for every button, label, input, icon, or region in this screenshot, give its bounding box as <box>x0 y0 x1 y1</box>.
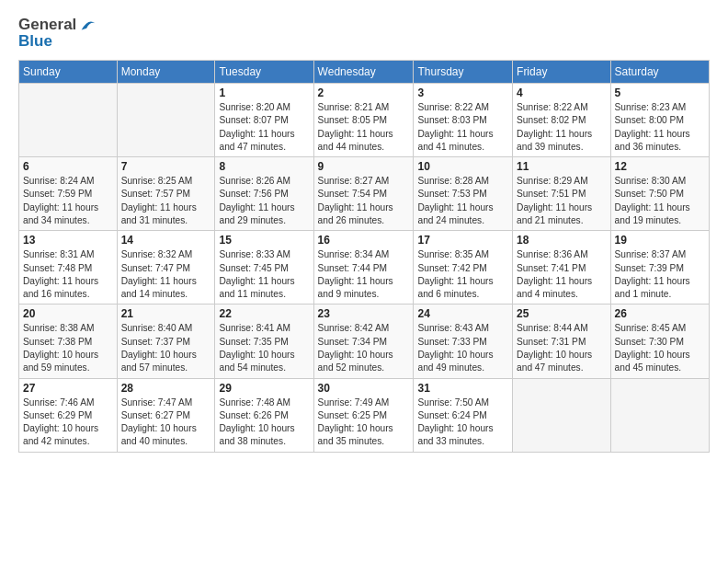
sunset-text: Sunset: 7:51 PM <box>517 189 586 199</box>
sunrise-text: Sunrise: 8:40 AM <box>121 323 193 333</box>
sunset-text: Sunset: 7:50 PM <box>615 189 684 199</box>
sunset-text: Sunset: 7:59 PM <box>23 189 92 199</box>
calendar-cell: 21Sunrise: 8:40 AMSunset: 7:37 PMDayligh… <box>117 304 215 378</box>
day-info: Sunrise: 8:22 AMSunset: 8:03 PMDaylight:… <box>417 101 508 154</box>
calendar-cell: 29Sunrise: 7:48 AMSunset: 6:26 PMDayligh… <box>215 378 313 452</box>
day-number: 13 <box>23 234 113 247</box>
sunset-text: Sunset: 7:35 PM <box>219 337 288 347</box>
day-info: Sunrise: 8:43 AMSunset: 7:33 PMDaylight:… <box>417 322 508 374</box>
sunset-text: Sunset: 8:00 PM <box>615 115 684 125</box>
day-info: Sunrise: 8:45 AMSunset: 7:30 PMDaylight:… <box>615 322 705 374</box>
calendar-cell <box>610 378 709 452</box>
day-info: Sunrise: 7:48 AMSunset: 6:26 PMDaylight:… <box>219 396 309 449</box>
day-number: 20 <box>23 307 113 320</box>
day-info: Sunrise: 8:22 AMSunset: 8:02 PMDaylight:… <box>517 101 607 154</box>
sunrise-text: Sunrise: 8:37 AM <box>615 249 687 259</box>
sunrise-text: Sunrise: 8:21 AM <box>318 102 390 112</box>
sunset-text: Sunset: 7:44 PM <box>318 263 387 273</box>
day-info: Sunrise: 8:28 AMSunset: 7:53 PMDaylight:… <box>417 175 508 227</box>
day-number: 1 <box>219 86 309 99</box>
sunrise-text: Sunrise: 8:30 AM <box>615 176 687 186</box>
day-number: 30 <box>318 382 410 395</box>
calendar-week-row: 1Sunrise: 8:20 AMSunset: 8:07 PMDaylight… <box>19 84 710 157</box>
day-info: Sunrise: 8:26 AMSunset: 7:56 PMDaylight:… <box>219 175 309 227</box>
day-number: 6 <box>23 160 113 173</box>
calendar-cell <box>117 84 215 157</box>
calendar-cell <box>513 378 611 452</box>
day-number: 21 <box>121 307 211 320</box>
sunrise-text: Sunrise: 8:34 AM <box>318 249 390 259</box>
day-number: 4 <box>517 86 607 99</box>
sunrise-text: Sunrise: 7:50 AM <box>417 397 489 408</box>
daylight-text: Daylight: 11 hours and 19 minutes. <box>615 202 690 225</box>
sunset-text: Sunset: 6:25 PM <box>318 410 387 420</box>
sunset-text: Sunset: 7:54 PM <box>318 189 387 199</box>
sunset-text: Sunset: 8:03 PM <box>417 115 486 125</box>
sunrise-text: Sunrise: 8:26 AM <box>219 176 290 186</box>
weekday-header-sunday: Sunday <box>19 61 118 84</box>
sunrise-text: Sunrise: 8:41 AM <box>219 323 290 333</box>
daylight-text: Daylight: 11 hours and 34 minutes. <box>23 202 98 225</box>
daylight-text: Daylight: 11 hours and 6 minutes. <box>417 276 493 299</box>
day-info: Sunrise: 8:27 AMSunset: 7:54 PMDaylight:… <box>318 175 410 227</box>
day-number: 12 <box>615 160 705 173</box>
sunrise-text: Sunrise: 7:46 AM <box>23 397 95 408</box>
day-info: Sunrise: 8:24 AMSunset: 7:59 PMDaylight:… <box>23 175 113 227</box>
day-info: Sunrise: 8:23 AMSunset: 8:00 PMDaylight:… <box>615 101 705 154</box>
daylight-text: Daylight: 11 hours and 4 minutes. <box>517 276 592 299</box>
calendar-cell: 4Sunrise: 8:22 AMSunset: 8:02 PMDaylight… <box>513 84 611 157</box>
day-number: 11 <box>517 160 607 173</box>
daylight-text: Daylight: 11 hours and 29 minutes. <box>219 202 294 225</box>
sunset-text: Sunset: 7:33 PM <box>417 337 486 347</box>
day-info: Sunrise: 8:20 AMSunset: 8:07 PMDaylight:… <box>219 101 309 154</box>
sunset-text: Sunset: 7:30 PM <box>615 337 684 347</box>
sunset-text: Sunset: 8:02 PM <box>517 115 586 125</box>
day-info: Sunrise: 8:37 AMSunset: 7:39 PMDaylight:… <box>615 248 705 301</box>
sunrise-text: Sunrise: 8:22 AM <box>417 102 489 112</box>
day-info: Sunrise: 8:29 AMSunset: 7:51 PMDaylight:… <box>517 175 607 227</box>
weekday-header-tuesday: Tuesday <box>215 61 313 84</box>
day-info: Sunrise: 8:42 AMSunset: 7:34 PMDaylight:… <box>318 322 410 374</box>
day-number: 9 <box>318 160 410 173</box>
weekday-header-wednesday: Wednesday <box>313 61 414 84</box>
sunset-text: Sunset: 7:38 PM <box>23 337 92 347</box>
sunset-text: Sunset: 7:41 PM <box>517 263 586 273</box>
day-info: Sunrise: 8:41 AMSunset: 7:35 PMDaylight:… <box>219 322 309 374</box>
day-number: 27 <box>23 382 113 395</box>
day-number: 23 <box>318 307 410 320</box>
calendar-cell: 20Sunrise: 8:38 AMSunset: 7:38 PMDayligh… <box>19 304 118 378</box>
sunrise-text: Sunrise: 8:27 AM <box>318 176 390 186</box>
sunrise-text: Sunrise: 7:47 AM <box>121 397 193 408</box>
sunset-text: Sunset: 7:31 PM <box>517 337 586 347</box>
daylight-text: Daylight: 11 hours and 16 minutes. <box>23 276 98 299</box>
calendar-cell: 30Sunrise: 7:49 AMSunset: 6:25 PMDayligh… <box>313 378 414 452</box>
weekday-header-thursday: Thursday <box>414 61 513 84</box>
daylight-text: Daylight: 10 hours and 35 minutes. <box>318 423 393 446</box>
weekday-header-friday: Friday <box>513 61 611 84</box>
daylight-text: Daylight: 10 hours and 40 minutes. <box>121 423 197 446</box>
day-info: Sunrise: 8:30 AMSunset: 7:50 PMDaylight:… <box>615 175 705 227</box>
daylight-text: Daylight: 10 hours and 49 minutes. <box>417 350 493 373</box>
calendar-week-row: 6Sunrise: 8:24 AMSunset: 7:59 PMDaylight… <box>19 157 710 231</box>
weekday-header-saturday: Saturday <box>610 61 709 84</box>
day-info: Sunrise: 8:21 AMSunset: 8:05 PMDaylight:… <box>318 101 410 154</box>
calendar-cell: 16Sunrise: 8:34 AMSunset: 7:44 PMDayligh… <box>313 231 414 304</box>
day-number: 3 <box>417 86 508 99</box>
calendar-cell: 10Sunrise: 8:28 AMSunset: 7:53 PMDayligh… <box>414 157 513 231</box>
calendar: SundayMondayTuesdayWednesdayThursdayFrid… <box>18 60 710 453</box>
day-info: Sunrise: 8:36 AMSunset: 7:41 PMDaylight:… <box>517 248 607 301</box>
day-number: 25 <box>517 307 607 320</box>
calendar-cell: 12Sunrise: 8:30 AMSunset: 7:50 PMDayligh… <box>610 157 709 231</box>
calendar-cell: 22Sunrise: 8:41 AMSunset: 7:35 PMDayligh… <box>215 304 313 378</box>
day-number: 8 <box>219 160 309 173</box>
sunrise-text: Sunrise: 8:36 AM <box>517 249 588 259</box>
calendar-cell: 24Sunrise: 8:43 AMSunset: 7:33 PMDayligh… <box>414 304 513 378</box>
calendar-cell: 26Sunrise: 8:45 AMSunset: 7:30 PMDayligh… <box>610 304 709 378</box>
daylight-text: Daylight: 11 hours and 21 minutes. <box>517 202 592 225</box>
daylight-text: Daylight: 11 hours and 39 minutes. <box>517 129 592 152</box>
day-number: 7 <box>121 160 211 173</box>
day-number: 29 <box>219 382 309 395</box>
day-number: 22 <box>219 307 309 320</box>
sunset-text: Sunset: 6:26 PM <box>219 410 288 420</box>
sunset-text: Sunset: 8:07 PM <box>219 115 288 125</box>
